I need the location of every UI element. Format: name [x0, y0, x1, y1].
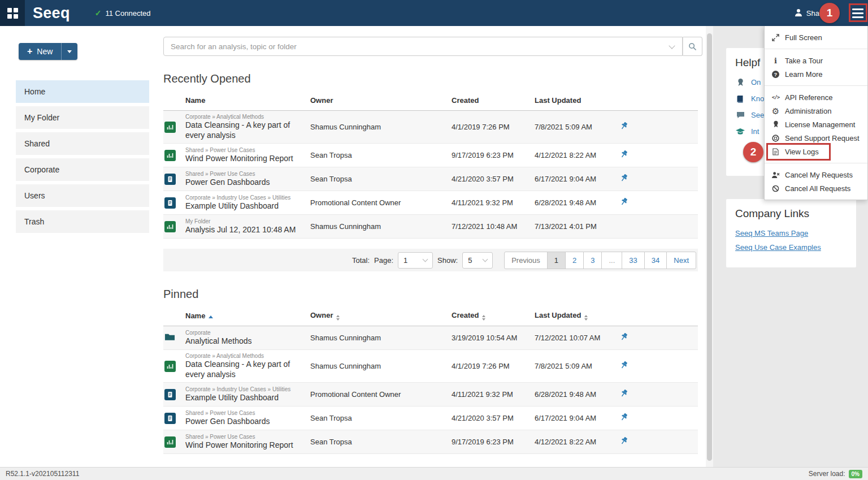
sidebar-item-label: Trash [24, 217, 44, 226]
help-link-label: See [751, 111, 764, 119]
seeq-ms-teams-link[interactable]: Seeq MS Teams Page [735, 229, 847, 237]
total-label: Total: [352, 256, 370, 265]
row-name[interactable]: Data Cleansing - A key part of every ana… [185, 120, 302, 140]
row-name[interactable]: Analytical Methods [185, 336, 302, 347]
page-button-1[interactable]: 1 [547, 252, 566, 269]
annotation-rect-hamburger [849, 3, 867, 22]
table-row[interactable]: Corporate » Analytical MethodsData Clean… [163, 111, 698, 144]
row-name[interactable]: Power Gen Dashboards [185, 417, 302, 427]
menu-item-cancel-my-requests[interactable]: Cancel My Requests [765, 168, 867, 181]
pin-icon[interactable] [619, 332, 628, 343]
folder-nav: Home My Folder Shared Corporate Users Tr… [16, 80, 149, 236]
expand-icon [771, 34, 780, 41]
page-button-34[interactable]: 34 [644, 252, 667, 269]
vertical-scrollbar[interactable] [706, 26, 713, 467]
new-button-label: New [37, 47, 53, 56]
column-header-owner-sortable[interactable]: Owner [310, 311, 452, 321]
sidebar-item-shared[interactable]: Shared [16, 132, 149, 155]
annotation-rect-view-logs [766, 143, 831, 161]
connection-status[interactable]: ✓ 11 Connected [95, 8, 151, 18]
sidebar-item-home[interactable]: Home [16, 80, 149, 103]
row-name[interactable]: Wind Power Monitoring Report [185, 154, 302, 164]
row-name[interactable]: Example Utility Dashboard [185, 201, 302, 211]
column-header-created-sortable[interactable]: Created [452, 311, 535, 321]
new-button[interactable]: + New [19, 43, 77, 60]
search-input[interactable] [163, 37, 683, 56]
menu-item-administration[interactable]: ⚙ Administration [765, 104, 867, 118]
plus-icon: + [27, 47, 32, 56]
pin-icon[interactable] [619, 174, 628, 184]
pin-icon[interactable] [619, 436, 628, 447]
row-created: 4/11/2021 9:32 PM [452, 198, 535, 207]
seeq-use-case-examples-link[interactable]: Seeq Use Case Examples [735, 243, 847, 252]
table-row[interactable]: Corporate » Industry Use Cases » Utiliti… [163, 191, 698, 215]
code-icon: </> [772, 94, 779, 100]
menu-item-take-a-tour[interactable]: i Take a Tour [765, 54, 867, 67]
table-row[interactable]: Shared » Power Use CasesPower Gen Dashbo… [163, 407, 698, 430]
sidebar-item-label: Home [24, 87, 45, 96]
table-row[interactable]: My FolderAnalysis Jul 12, 2021 10:48 AM … [163, 215, 698, 239]
row-name[interactable]: Data Cleansing - A key part of every ana… [185, 360, 302, 379]
row-created: 4/1/2019 7:26 PM [452, 123, 535, 131]
search-button[interactable] [683, 37, 702, 56]
apps-grid-button[interactable] [0, 0, 25, 26]
recently-opened-title: Recently Opened [163, 72, 251, 85]
pin-icon[interactable] [619, 197, 628, 208]
sidebar-item-users[interactable]: Users [16, 184, 149, 207]
page-button-3[interactable]: 3 [583, 252, 602, 269]
pin-icon[interactable] [619, 122, 628, 132]
analysis-icon [164, 122, 176, 133]
sidebar-item-my-folder[interactable]: My Folder [16, 106, 149, 129]
column-header-name-sortable[interactable]: Name [185, 312, 310, 320]
table-row[interactable]: Shared » Power Use CasesPower Gen Dashbo… [163, 167, 698, 191]
page-select[interactable]: 1 [398, 252, 433, 269]
row-name[interactable]: Example Utility Dashboard [185, 393, 302, 403]
row-updated: 4/12/2021 8:22 AM [535, 151, 616, 159]
column-header-updated-sortable[interactable]: Last Updated [535, 311, 616, 321]
menu-item-api-reference[interactable]: </> API Reference [765, 90, 867, 104]
server-load: Server load: 0% [809, 470, 862, 478]
row-breadcrumb: Corporate » Analytical Methods [185, 353, 302, 359]
sidebar-item-corporate[interactable]: Corporate [16, 158, 149, 181]
scrollbar-thumb[interactable] [707, 33, 712, 461]
row-name[interactable]: Analysis Jul 12, 2021 10:48 AM [185, 225, 302, 235]
seeq-logo[interactable]: Seeq [33, 5, 70, 22]
sort-icon [482, 315, 485, 321]
row-name[interactable]: Wind Power Monitoring Report [185, 440, 302, 451]
menu-item-full-screen[interactable]: Full Screen [765, 31, 867, 44]
sidebar-item-trash[interactable]: Trash [16, 210, 149, 233]
table-row[interactable]: Shared » Power Use CasesWind Power Monit… [163, 430, 698, 454]
row-owner: Sean Tropsa [310, 438, 452, 446]
previous-page-button[interactable]: Previous [504, 252, 548, 269]
sidebar-item-label: Users [24, 191, 45, 200]
pin-icon[interactable] [619, 150, 628, 161]
row-breadcrumb: Shared » Power Use Cases [185, 410, 302, 416]
new-button-dropdown[interactable] [61, 43, 77, 60]
row-name[interactable]: Power Gen Dashboards [185, 178, 302, 188]
pin-icon[interactable] [619, 413, 628, 423]
server-load-badge[interactable]: 0% [849, 470, 862, 478]
sort-ascending-icon [209, 315, 213, 318]
table-row[interactable]: Corporate » Analytical MethodsData Clean… [163, 350, 698, 383]
pin-icon[interactable] [619, 389, 628, 400]
next-page-button[interactable]: Next [666, 252, 696, 269]
menu-item-cancel-all-requests[interactable]: Cancel All Requests [765, 181, 867, 195]
row-created: 4/1/2019 7:26 PM [452, 362, 535, 370]
menu-item-label: Send Support Request [785, 134, 860, 142]
sort-icon [336, 315, 340, 321]
page-button-33[interactable]: 33 [622, 252, 644, 269]
user-menu[interactable]: Sha [795, 0, 819, 26]
analysis-icon [164, 436, 176, 448]
page-button-2[interactable]: 2 [565, 252, 584, 269]
menu-item-learn-more[interactable]: ? Learn More [765, 67, 867, 81]
user-icon [795, 8, 802, 18]
menu-item-license-management[interactable]: License Management [765, 118, 867, 131]
grid-icon [7, 8, 18, 19]
show-select[interactable]: 5 [462, 252, 493, 269]
table-row[interactable]: Shared » Power Use CasesWind Power Monit… [163, 144, 698, 167]
table-row[interactable]: Corporate » Industry Use Cases » Utiliti… [163, 383, 698, 407]
table-row[interactable]: CorporateAnalytical Methods Shamus Cunni… [163, 326, 698, 350]
graduation-cap-icon [735, 128, 745, 135]
pin-icon[interactable] [619, 361, 628, 371]
table-header-row: Name Owner Created Last Updated [163, 90, 698, 111]
